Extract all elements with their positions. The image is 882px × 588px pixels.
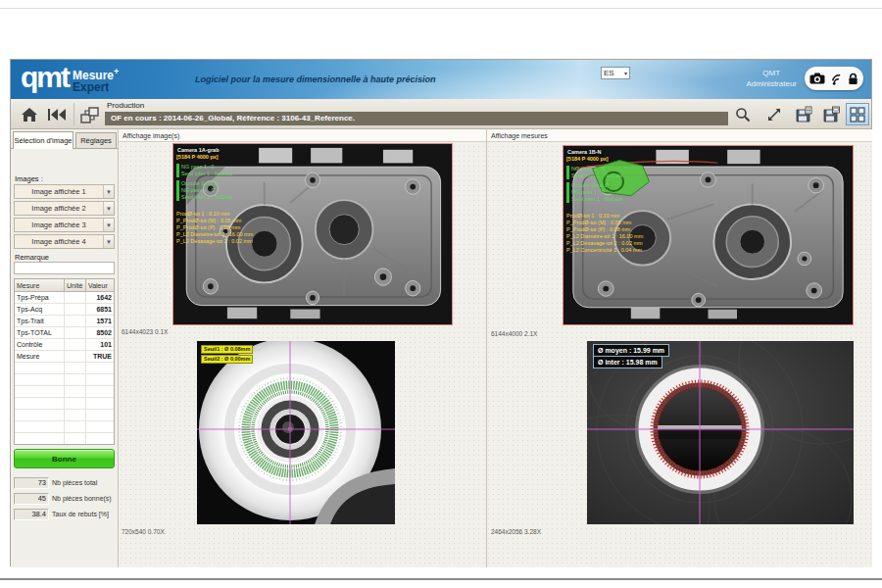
image-panels: Affichage image(s) Affichage mesures: [119, 129, 872, 567]
bore-measure-image: [587, 341, 854, 524]
user-block: QMT Administrateur: [746, 68, 797, 89]
table-row[interactable]: Tps-TOTAL 8502: [15, 327, 114, 339]
overlay-size: [5184 P 4000 px]: [176, 154, 253, 161]
fullscreen-button[interactable]: [761, 103, 787, 125]
image-select-1[interactable]: Image affichée 1 ▼: [14, 184, 115, 199]
production-label: Production: [107, 101, 144, 110]
overlay-measure-lines: ProdØ-tot 1 : 0.10 mm P_ProdØ-tot (M) : …: [566, 213, 643, 254]
toolbar-separator: [74, 103, 74, 125]
stat-scrap-rate: 38.4 Taux de rebuts [%]: [14, 508, 118, 520]
quad-view-button[interactable]: [846, 103, 869, 125]
table-row[interactable]: Tps-Prépa 1642: [15, 292, 114, 304]
app-tagline: Logiciel pour la mesure dimensionnelle à…: [195, 74, 436, 84]
sidebar: Sélection d'image Réglages Images : Imag…: [11, 129, 119, 567]
home-button[interactable]: [17, 103, 42, 125]
remark-input[interactable]: [14, 262, 115, 274]
tab-settings[interactable]: Réglages: [75, 132, 117, 149]
rewind-button[interactable]: [44, 103, 70, 125]
viewport-caption: 6144x4023 0.1X: [122, 328, 168, 335]
table-row-empty: [15, 433, 114, 445]
user-org: QMT: [746, 68, 797, 78]
stat-good-parts: 45 Nb pièces bonne(s): [14, 492, 118, 505]
column-divider: [486, 129, 487, 567]
table-row-empty: [15, 374, 114, 386]
chevron-down-icon: ▼: [103, 235, 114, 248]
overlay-measure-lines: ProdØ-tot 1 : 0.10 mm P_ProdØ-tot (M) : …: [176, 211, 253, 245]
logo-mesure: Mesure+: [73, 66, 119, 81]
wireless-icon[interactable]: [830, 73, 843, 85]
language-dropdown[interactable]: ES ▾: [601, 67, 630, 79]
diameter-results-box: Ø moyen : 15.99 mm Ø inter : 15.98 mm: [593, 345, 669, 368]
table-row[interactable]: Mesure TRUE: [15, 351, 114, 363]
overlay-title: Camera 1B-N: [566, 149, 603, 156]
stat-label: Nb pièces total: [52, 479, 97, 486]
table-row-empty: [15, 421, 114, 433]
overlay-green-group: NG pass 1 : 0 Seuil inter 1 : NoData: [566, 166, 643, 179]
app-header: qmt Mesure+ Expert Logiciel pour la mesu…: [11, 60, 871, 99]
overlay-green-group: Occulté Seuil Ø NG pass 1 : 0 Seuil inte…: [176, 180, 253, 201]
overlay-title: Camera 1A-grab: [176, 147, 220, 154]
overlay-green-group: NG pass 1 : 0 Seuil inter 1 : NoData: [176, 164, 253, 177]
camera-image-viewport-1[interactable]: Camera 1A-grab [5184 P 4000 px] NG pass …: [172, 143, 453, 325]
save-report-button[interactable]: [791, 103, 816, 125]
zoom-search-button[interactable]: [730, 103, 756, 125]
measured-bore-viewport[interactable]: Ø moyen : 15.99 mm Ø inter : 15.98 mm: [587, 341, 854, 524]
stat-value: 38.4: [14, 509, 49, 520]
image-select-2[interactable]: Image affichée 2 ▼: [14, 201, 115, 216]
user-role: Administrateur: [746, 78, 797, 89]
chevron-down-icon: ▾: [624, 70, 627, 76]
table-row-empty: [15, 386, 114, 398]
overlay-green-group: Occulté Seuil Ø NG pass 1 : 0 Seuil inte…: [566, 182, 643, 203]
chevron-down-icon: ▼: [103, 185, 114, 198]
bore-backlit-image: [197, 341, 395, 524]
lock-icon[interactable]: [848, 73, 858, 85]
good-part-button[interactable]: Bonne: [14, 449, 115, 468]
toolbar: Production OF en cours : 2014-06-26_Glob…: [11, 99, 871, 129]
table-row-empty: [15, 410, 114, 421]
bore-image-viewport[interactable]: Seuil1 : Ø 0.08mm Seuil2 : Ø 0.00mm: [197, 341, 395, 524]
camera-image-viewport-2[interactable]: Camera 1B-N [5184 P 4000 px] NG pass 1 :…: [563, 145, 854, 325]
bottom-edge-line: [0, 578, 882, 580]
remark-label: Remarque: [15, 253, 49, 262]
table-row[interactable]: Contrôle 101: [15, 339, 114, 351]
chevron-down-icon: ▼: [103, 219, 114, 231]
device-status-pill: [805, 67, 863, 90]
top-edge-line: [0, 8, 882, 9]
panel-header-images: Affichage image(s): [119, 129, 486, 142]
image-overlay: Camera 1B-N [5184 P 4000 px] NG pass 1 :…: [566, 149, 643, 254]
camera-icon[interactable]: [809, 73, 825, 84]
logo-expert: Expert: [73, 81, 119, 93]
stat-label: Nb pièces bonne(s): [52, 495, 112, 502]
diameter-inner: Ø inter : 15.98 mm: [593, 356, 662, 368]
app-logo: qmt Mesure+ Expert: [21, 62, 119, 93]
measure-table: Mesure Unité Valeur Tps-Prépa 1642 Tps-A…: [14, 278, 115, 445]
viewport-caption: 2464x2056 3.28X: [491, 528, 541, 535]
stat-value: 45: [14, 493, 49, 505]
tab-image-selection[interactable]: Sélection d'image: [13, 131, 74, 149]
image-overlay: Camera 1A-grab [5184 P 4000 px] NG pass …: [176, 147, 253, 245]
stat-value: 73: [14, 477, 49, 489]
overlay-size: [5184 P 4000 px]: [566, 156, 643, 163]
current-of-status: OF en cours : 2014-06-26_Global, Référen…: [105, 112, 728, 125]
threshold-label-2: Seuil2 : Ø 0.00mm: [201, 355, 253, 364]
stat-label: Taux de rebuts [%]: [52, 511, 109, 517]
screen: qmt Mesure+ Expert Logiciel pour la mesu…: [0, 0, 882, 588]
table-row-empty: [15, 398, 114, 410]
logo-qmt: qmt: [21, 62, 69, 93]
save-image-button[interactable]: [818, 103, 844, 125]
chevron-down-icon: ▼: [103, 202, 114, 215]
threshold-label-1: Seuil1 : Ø 0.08mm: [201, 345, 253, 354]
app-window: qmt Mesure+ Expert Logiciel pour la mesu…: [10, 59, 872, 566]
table-header-row: Mesure Unité Valeur: [15, 279, 114, 292]
image-select-3[interactable]: Image affichée 3 ▼: [14, 218, 115, 232]
table-row[interactable]: Tps-Acq 6851: [15, 304, 114, 316]
table-row[interactable]: Tps-Trait 1571: [15, 316, 114, 327]
production-mode-icon[interactable]: [77, 103, 103, 125]
language-value: ES: [604, 69, 614, 77]
stat-total-parts: 73 Nb pièces total: [14, 476, 118, 489]
viewport-caption: 6144x4000 2.1X: [491, 330, 537, 337]
images-label: Images :: [15, 174, 43, 183]
table-row-empty: [15, 363, 114, 374]
threshold-labels: Seuil1 : Ø 0.08mm Seuil2 : Ø 0.00mm: [201, 345, 253, 365]
image-select-4[interactable]: Image affichée 4 ▼: [14, 234, 115, 249]
